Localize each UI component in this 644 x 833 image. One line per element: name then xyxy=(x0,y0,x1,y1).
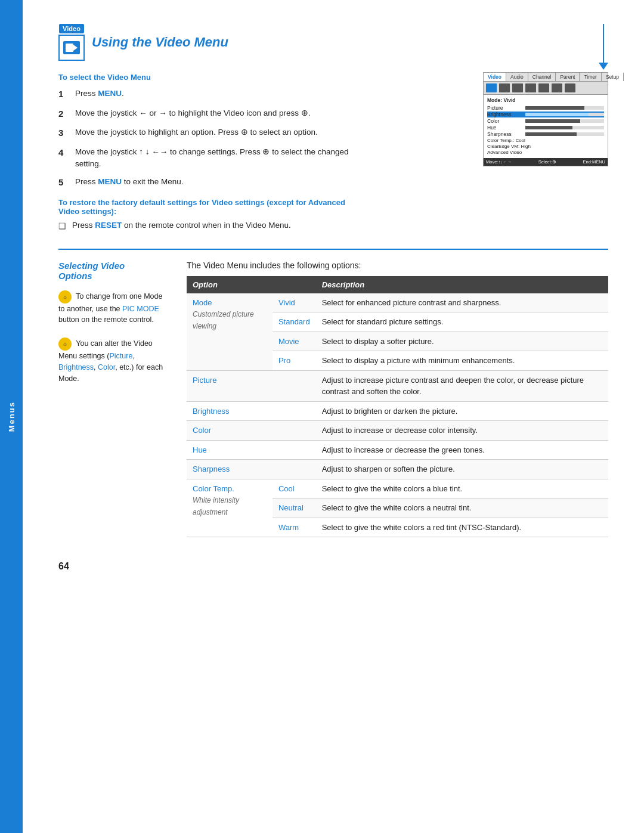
screen-icon-1 xyxy=(486,83,497,92)
bottom-section: Selecting VideoOptions ☼ To change from … xyxy=(58,261,608,538)
option-cell: Sharpness xyxy=(187,460,273,479)
screen-sharpness-row: Sharpness xyxy=(487,131,604,137)
sidebar-label: Menus xyxy=(7,401,16,432)
option-cell: Color Temp.White intensity adjustment xyxy=(187,479,273,537)
screen-tab-timer: Timer xyxy=(580,73,601,81)
description-cell: Select to display a softer picture. xyxy=(316,332,608,351)
sub-option-cell: Movie xyxy=(273,332,316,351)
page-title: Using the Video Menu xyxy=(92,35,228,50)
right-column: Video Audio Channel Parent Timer Setup xyxy=(374,24,608,231)
table-row: HueAdjust to increase or decrease the gr… xyxy=(187,440,608,460)
screen-simulation: Video Audio Channel Parent Timer Setup xyxy=(483,72,608,166)
option-cell: Brightness xyxy=(187,401,273,421)
reset-heading: To restore the factory default settings … xyxy=(58,198,357,216)
screen-bar-hue xyxy=(525,126,604,129)
table-row: PictureAdjust to increase picture contra… xyxy=(187,370,608,401)
sub-option-cell: Cool xyxy=(273,479,316,498)
col-option-header: Option xyxy=(187,276,273,293)
options-intro: The Video Menu includes the following op… xyxy=(187,261,608,270)
description-cell: Select to give the white colors a blue t… xyxy=(316,479,608,498)
screen-icons-row xyxy=(484,82,608,95)
page-number: 64 xyxy=(58,561,608,572)
note-link-picmode: PIC MODE xyxy=(122,305,159,313)
left-column: Video Using the Video Menu To select the… xyxy=(58,24,357,231)
table-row: ModeCustomized picture viewingVividSelec… xyxy=(187,293,608,312)
reset-section: To restore the factory default settings … xyxy=(58,198,357,231)
col-desc-header: Description xyxy=(316,276,608,293)
screen-picture-row: Picture xyxy=(487,105,604,111)
options-table: Option Description ModeCustomized pictur… xyxy=(187,276,608,538)
description-cell: Adjust to increase picture contrast and … xyxy=(316,370,608,401)
description-cell: Adjust to increase or decrease color int… xyxy=(316,421,608,441)
sub-option-cell xyxy=(273,370,316,401)
note-block-2: ☼ You can alter the Video Menu settings … xyxy=(58,337,169,384)
screen-mode-row: Mode: Vivid xyxy=(487,97,604,103)
screen-icon-3 xyxy=(512,83,523,92)
screen-icon-6 xyxy=(552,83,562,92)
step-3: 3 Move the joystick to highlight an opti… xyxy=(58,126,357,140)
screen-bar-sharpness xyxy=(525,132,604,136)
note-block-1: ☼ To change from one Mode to another, us… xyxy=(58,290,169,326)
screen-label-hue: Hue xyxy=(487,125,523,131)
note-link-brightness: Brightness xyxy=(58,363,94,371)
sub-option-cell: Vivid xyxy=(273,293,316,312)
screen-icon-5 xyxy=(538,83,549,92)
table-row: ColorAdjust to increase or decrease colo… xyxy=(187,421,608,441)
note-text-1: To change from one Mode to another, use … xyxy=(58,292,162,324)
step-1: 1 Press MENU. xyxy=(58,88,357,101)
description-cell: Select for standard picture settings. xyxy=(316,312,608,332)
sub-option-cell xyxy=(273,401,316,421)
note-icon-2: ☼ xyxy=(58,337,72,351)
screen-tab-audio: Audio xyxy=(506,73,528,81)
arrow-tip xyxy=(599,63,608,70)
screen-footer-text: Move:↑↓←→ xyxy=(486,159,512,165)
description-cell: Adjust to brighten or darken the picture… xyxy=(316,401,608,421)
section-divider xyxy=(58,249,608,250)
screen-tab-channel: Channel xyxy=(528,73,556,81)
sub-option-cell xyxy=(273,460,316,479)
reset-item: ❑ Press RESET on the remote control when… xyxy=(58,221,357,231)
table-header-row: Option Description xyxy=(187,276,608,293)
sub-option-cell xyxy=(273,421,316,441)
screen-icon-4 xyxy=(525,83,536,92)
reset-text: Press RESET on the remote control when i… xyxy=(72,221,291,231)
steps-list: 1 Press MENU. 2 Move the joystick ← or →… xyxy=(58,88,357,190)
description-cell: Select for enhanced picture contrast and… xyxy=(316,293,608,312)
description-cell: Select to give the white colors a neutra… xyxy=(316,498,608,518)
option-cell: Picture xyxy=(187,370,273,401)
svg-marker-1 xyxy=(73,45,78,51)
screen-icon-2 xyxy=(499,83,510,92)
checkbox-icon: ❑ xyxy=(58,221,66,231)
video-badge: Video xyxy=(59,24,84,33)
screen-bar-brightness xyxy=(525,113,604,116)
screen-bar-picture xyxy=(525,106,604,110)
sub-option-cell: Neutral xyxy=(273,498,316,518)
menu-highlight-1: MENU xyxy=(98,89,122,98)
screen-bar-color xyxy=(525,119,604,123)
main-content: Video Using the Video Menu To select the… xyxy=(23,0,644,596)
option-cell: ModeCustomized picture viewing xyxy=(187,293,273,371)
screen-clearedge-row: ClearEdge VM: High xyxy=(487,144,604,149)
screen-brightness-row: Brightness xyxy=(487,112,604,117)
note-icon-1: ☼ xyxy=(58,290,72,304)
screen-label-color: Color xyxy=(487,118,523,124)
screen-label-brightness: Brightness xyxy=(487,112,523,117)
step-2: 2 Move the joystick ← or → to highlight … xyxy=(58,107,357,121)
sub-option-cell: Pro xyxy=(273,351,316,371)
screen-label-picture: Picture xyxy=(487,105,523,111)
screen-coltemp-row: Color Temp.: Cool xyxy=(487,138,604,143)
selecting-title: Selecting VideoOptions xyxy=(58,261,169,281)
screen-footer: Move:↑↓←→ Select:⊕ End:MENU xyxy=(484,158,608,166)
screen-icon-7 xyxy=(565,83,575,92)
screen-body: Mode: Vivid Picture Brightness Color xyxy=(484,95,608,158)
description-cell: Adjust to sharpen or soften the picture. xyxy=(316,460,608,479)
sub-option-cell: Warm xyxy=(273,518,316,537)
reset-highlight: RESET xyxy=(95,221,122,230)
description-cell: Select to display a picture with minimum… xyxy=(316,351,608,371)
table-row: SharpnessAdjust to sharpen or soften the… xyxy=(187,460,608,479)
screen-color-row: Color xyxy=(487,118,604,124)
note-link-picture: Picture xyxy=(109,352,132,360)
top-section: Video Using the Video Menu To select the… xyxy=(58,24,608,231)
video-menu-subheading: To select the Video Menu xyxy=(58,73,357,82)
arrow-line xyxy=(603,24,604,63)
